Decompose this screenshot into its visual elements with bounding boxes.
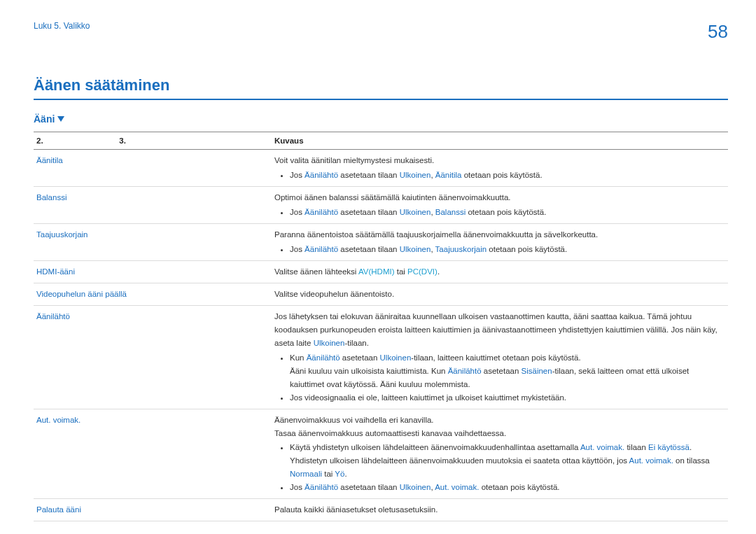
table-row: Äänilähtö Jos lähetyksen tai elokuvan ää…: [34, 305, 728, 409]
table-row: Palauta ääni Palauta kaikki ääniasetukse…: [34, 499, 728, 521]
row-desc-hdmi: Valitse äänen lähteeksi AV(HDMI) tai PC(…: [272, 260, 728, 283]
row-label-autvoimak: Aut. voimak.: [34, 409, 272, 499]
triangle-down-icon: [57, 116, 64, 122]
title-rule: [34, 99, 728, 100]
section-title: Äänen säätäminen: [34, 76, 728, 94]
chapter-label: Luku 5. Valikko: [34, 21, 90, 31]
document-page: Luku 5. Valikko 58 Äänen säätäminen Ääni…: [0, 0, 756, 534]
table-row: Taajuuskorjain Paranna äänentoistoa säät…: [34, 223, 728, 260]
page-number: 58: [708, 21, 728, 43]
table-row: Äänitila Voit valita äänitilan mieltymys…: [34, 150, 728, 187]
row-desc-taajuus: Paranna äänentoistoa säätämällä taajuusk…: [272, 223, 728, 260]
table-row: Videopuhelun ääni päällä Valitse videopu…: [34, 283, 728, 305]
row-label-aanitila: Äänitila: [34, 150, 272, 187]
row-desc-videopuhelu: Valitse videopuhelun äänentoisto.: [272, 283, 728, 305]
row-desc-palauta: Palauta kaikki ääniasetukset oletusasetu…: [272, 499, 728, 521]
row-label-hdmi: HDMI-ääni: [34, 260, 272, 283]
table-header-row: 2. 3. Kuvaus: [34, 132, 728, 150]
row-desc-balanssi: Optimoi äänen balanssi säätämällä kaiuti…: [272, 186, 728, 223]
row-desc-aanitila: Voit valita äänitilan mieltymystesi muka…: [272, 150, 728, 187]
row-desc-autvoimak: Äänenvoimakkuus voi vaihdella eri kanavi…: [272, 409, 728, 499]
page-header: Luku 5. Valikko 58: [34, 21, 728, 43]
table-row: Aut. voimak. Äänenvoimakkuus voi vaihdel…: [34, 409, 728, 499]
row-label-taajuus: Taajuuskorjain: [34, 223, 272, 260]
settings-table: 2. 3. Kuvaus Äänitila Voit valita ääniti…: [34, 132, 728, 521]
subsection-heading: Ääni: [34, 113, 64, 125]
header-col-desc: Kuvaus: [272, 132, 728, 150]
row-label-balanssi: Balanssi: [34, 186, 272, 223]
header-col-2: 2. 3.: [34, 132, 272, 150]
row-label-aanilahto: Äänilähtö: [34, 305, 272, 409]
row-label-palauta: Palauta ääni: [34, 499, 272, 521]
row-label-videopuhelu: Videopuhelun ääni päällä: [34, 283, 272, 305]
subsection-label: Ääni: [34, 113, 55, 125]
row-desc-aanilahto: Jos lähetyksen tai elokuvan ääniraitaa k…: [272, 305, 728, 409]
table-row: Balanssi Optimoi äänen balanssi säätämäl…: [34, 186, 728, 223]
table-row: HDMI-ääni Valitse äänen lähteeksi AV(HDM…: [34, 260, 728, 283]
